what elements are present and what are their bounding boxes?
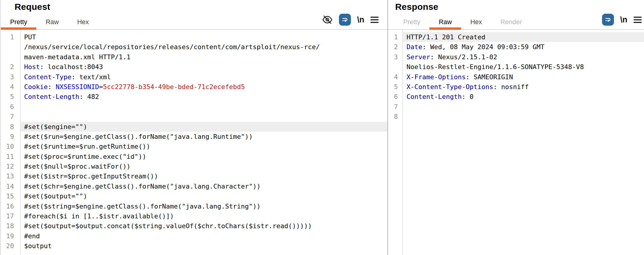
request-code-lines: PUT/nexus/service/local/repositories/rel…	[21, 30, 387, 255]
response-code-lines: HTTP/1.1 201 CreatedDate: Wed, 08 May 20…	[403, 30, 644, 255]
code-text: #end	[24, 232, 40, 240]
code-text: #set($run=$engine.getClass().forName("ja…	[24, 133, 253, 140]
code-row: X-Frame-Options: SAMEORIGIN	[403, 72, 644, 82]
response-title: Response	[395, 2, 438, 12]
line-number: 6	[388, 92, 402, 102]
line-number: 6	[1, 102, 20, 112]
header-name: Content-Length	[407, 93, 462, 100]
code-row: #set($istr=$proc.getInputStream())	[21, 171, 387, 181]
active-tab-underline	[1, 27, 36, 30]
code-text: PUT	[24, 33, 36, 41]
line-number: 7	[1, 112, 20, 122]
code-row	[403, 102, 644, 112]
active-tab-underline	[429, 27, 461, 30]
header-name: X-Frame-Options	[407, 73, 466, 81]
line-number: 19	[1, 231, 20, 241]
request-editor[interactable]: 1234567891011121314151617181920 PUT/nexu…	[1, 30, 387, 255]
code-text: : Wed, 08 May 2024 09:03:59 GMT	[422, 43, 545, 51]
code-text: /nexus/service/local/repositories/releas…	[24, 43, 320, 51]
line-number: 4	[1, 82, 20, 92]
line-number: 17	[1, 211, 20, 221]
code-row: #set($runtime=$run.getRuntime())	[21, 142, 387, 151]
menu-icon[interactable]	[634, 16, 642, 23]
tab-label: Raw	[439, 18, 452, 26]
request-title: Request	[15, 2, 50, 12]
word-wrap-icon-background	[339, 14, 351, 26]
header-name: Host	[24, 63, 40, 71]
code-text: :	[48, 83, 56, 91]
code-row: #set($run=$engine.getClass().forName("ja…	[21, 132, 387, 142]
line-number: 9	[1, 132, 20, 142]
header-name: Date	[407, 43, 422, 51]
response-tab-render[interactable]: Render	[491, 15, 531, 29]
line-number: 12	[1, 161, 20, 171]
line-number: 5	[1, 92, 20, 102]
code-row: #set($engine="")	[21, 122, 387, 132]
request-toolbar-icons: \n	[322, 14, 379, 26]
code-text: : 0	[462, 93, 473, 100]
request-tab-pretty[interactable]: Pretty	[1, 15, 36, 29]
tab-label: Render	[501, 18, 522, 26]
code-row: Content-Length: 0	[403, 92, 644, 102]
code-text: #set($output=$output.concat($string.valu…	[24, 222, 312, 230]
code-row: Noelios-Restlet-Engine/1.1.6-SONATYPE-53…	[403, 62, 644, 72]
response-tabs: PrettyRawHexRender	[394, 15, 531, 29]
tab-label: Pretty	[403, 18, 420, 26]
request-line-number-gutter: 1234567891011121314151617181920	[1, 30, 21, 255]
newline-icon-glyph: \n	[357, 16, 364, 24]
code-row: #set($output="")	[21, 191, 387, 201]
code-row: Content-Length: 482	[21, 92, 387, 102]
code-row	[21, 112, 387, 122]
request-tabs: PrettyRawHex	[1, 15, 98, 29]
response-header: Response PrettyRawHexRender \n	[388, 0, 644, 30]
response-tab-pretty[interactable]: Pretty	[394, 15, 429, 29]
line-number	[388, 62, 402, 72]
code-row: PUT	[21, 32, 387, 42]
menu-icon[interactable]	[371, 16, 379, 23]
code-text: #set($runtime=$run.getRuntime())	[24, 143, 150, 150]
header-name: Content-Length	[24, 93, 79, 100]
tab-label: Raw	[46, 18, 59, 26]
code-row: /nexus/service/local/repositories/releas…	[21, 42, 387, 52]
param-value: 5cc22778-b354-49be-bded-71c2ecefebd5	[103, 83, 245, 91]
code-text: HTTP/1.1 201 Created	[407, 33, 485, 41]
response-tab-hex[interactable]: Hex	[461, 15, 491, 29]
request-tab-hex[interactable]: Hex	[68, 15, 98, 29]
response-line-number-gutter: 12345678	[388, 30, 403, 255]
newline-icon[interactable]: \n	[357, 16, 364, 24]
word-wrap-icon[interactable]	[339, 14, 351, 26]
line-number	[1, 52, 20, 62]
line-number: 8	[388, 112, 402, 122]
code-text: #set($chr=$engine.getClass().forName("ja…	[24, 183, 261, 190]
code-row	[21, 102, 387, 112]
code-text: #set($istr=$proc.getInputStream())	[24, 172, 158, 180]
header-name: Cookie	[24, 83, 48, 91]
code-row: maven-metadata.xml HTTP/1.1	[21, 52, 387, 62]
repeater-message-view: Request PrettyRawHex \n 1234567891011121…	[0, 0, 644, 255]
line-number: 2	[388, 42, 402, 52]
code-row	[403, 112, 644, 122]
code-row: HTTP/1.1 201 Created	[403, 32, 644, 42]
request-tab-raw[interactable]: Raw	[36, 15, 68, 29]
eye-off-icon[interactable]	[322, 14, 333, 25]
param-name: NXSESSIONID	[56, 83, 99, 91]
line-number: 5	[388, 82, 402, 92]
code-text: : SAMEORIGIN	[466, 73, 513, 81]
newline-icon-glyph: \n	[620, 16, 627, 24]
line-number: 3	[1, 72, 20, 82]
newline-icon[interactable]: \n	[620, 16, 627, 24]
line-number: 20	[1, 241, 20, 251]
code-row: Date: Wed, 08 May 2024 09:03:59 GMT	[403, 42, 644, 52]
response-toolbar-icons: \n	[602, 14, 642, 26]
word-wrap-icon-background	[602, 14, 614, 26]
code-row: Cookie: NXSESSIONID=5cc22778-b354-49be-b…	[21, 82, 387, 92]
response-viewer[interactable]: 12345678 HTTP/1.1 201 CreatedDate: Wed, …	[388, 30, 644, 255]
line-number: 8	[1, 122, 20, 132]
word-wrap-icon[interactable]	[602, 14, 614, 26]
line-number: 2	[1, 62, 20, 72]
response-tab-raw[interactable]: Raw	[429, 15, 461, 29]
line-number: 1	[388, 32, 402, 42]
code-text: #set($engine="")	[24, 123, 87, 130]
code-text: : nosniff	[493, 83, 529, 91]
code-text: #set($output="")	[24, 192, 87, 200]
